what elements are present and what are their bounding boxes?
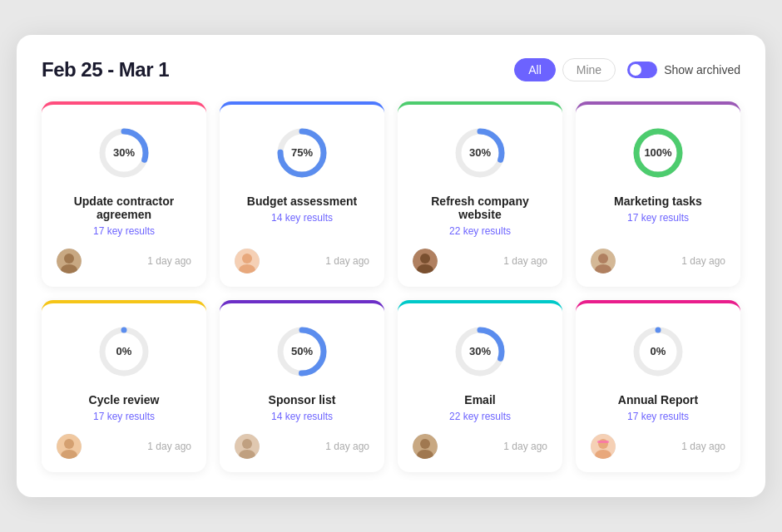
svg-point-22	[598, 254, 608, 264]
toggle-knob	[630, 64, 641, 76]
donut-chart: 0%	[94, 322, 154, 382]
donut-chart: 30%	[94, 123, 154, 183]
svg-point-4	[64, 254, 74, 264]
donut-chart: 0%	[628, 322, 688, 382]
svg-point-16	[420, 254, 430, 264]
svg-text:30%: 30%	[469, 146, 491, 159]
card-card-4[interactable]: 100% Marketing tasks 17 key results 1 da…	[576, 101, 740, 287]
avatar	[413, 249, 438, 273]
card-footer: 1 day ago	[413, 249, 547, 273]
card-footer: 1 day ago	[413, 434, 547, 459]
svg-text:0%: 0%	[116, 345, 132, 357]
svg-rect-48	[597, 441, 609, 443]
avatar	[591, 249, 616, 273]
avatar	[57, 249, 82, 273]
svg-text:75%: 75%	[291, 146, 313, 159]
svg-text:50%: 50%	[291, 345, 313, 357]
card-card-7[interactable]: 30% Email 22 key results 1 day ago	[398, 300, 562, 472]
card-key-results: 17 key results	[93, 411, 155, 422]
donut-chart: 30%	[450, 123, 510, 183]
avatar	[591, 434, 616, 459]
filter-all-button[interactable]: All	[514, 58, 556, 81]
card-footer: 1 day ago	[235, 434, 369, 459]
card-title: Annual Report	[618, 393, 698, 406]
card-footer: 1 day ago	[591, 434, 725, 459]
time-ago: 1 day ago	[147, 255, 191, 267]
card-card-6[interactable]: 50% Sponsor list 14 key results 1 day ag…	[220, 300, 384, 472]
header-controls: All Mine Show archived	[514, 58, 740, 81]
card-title: Cycle review	[89, 393, 160, 406]
avatar	[235, 434, 260, 459]
card-card-1[interactable]: 30% Update contractor agreemen 17 key re…	[42, 101, 206, 287]
card-footer: 1 day ago	[57, 249, 191, 273]
show-archived-toggle-container: Show archived	[627, 62, 740, 78]
svg-point-28	[64, 439, 74, 449]
card-key-results: 22 key results	[449, 225, 511, 237]
svg-text:30%: 30%	[469, 345, 491, 357]
card-card-3[interactable]: 30% Refresh company website 22 key resul…	[398, 101, 562, 287]
card-footer: 1 day ago	[591, 249, 725, 273]
time-ago: 1 day ago	[325, 441, 369, 452]
card-title: Sponsor list	[269, 393, 336, 406]
card-key-results: 17 key results	[93, 225, 155, 237]
svg-point-34	[242, 439, 252, 449]
time-ago: 1 day ago	[147, 441, 191, 452]
donut-chart: 30%	[450, 322, 510, 382]
time-ago: 1 day ago	[681, 255, 725, 267]
card-title: Marketing tasks	[614, 195, 702, 208]
card-title: Refresh company website	[413, 195, 547, 221]
svg-point-46	[598, 439, 608, 449]
card-card-5[interactable]: 0% Cycle review 17 key results 1 day ago	[42, 300, 206, 472]
header: Feb 25 - Mar 1 All Mine Show archived	[42, 58, 740, 81]
cards-grid: 30% Update contractor agreemen 17 key re…	[42, 101, 740, 472]
filter-mine-button[interactable]: Mine	[562, 58, 616, 81]
time-ago: 1 day ago	[681, 441, 725, 452]
svg-text:30%: 30%	[113, 146, 135, 159]
svg-text:100%: 100%	[644, 146, 672, 159]
time-ago: 1 day ago	[325, 255, 369, 267]
svg-text:0%: 0%	[651, 345, 666, 357]
avatar	[413, 434, 438, 459]
card-footer: 1 day ago	[57, 434, 191, 459]
show-archived-label: Show archived	[664, 63, 740, 76]
card-title: Email	[464, 393, 495, 406]
card-title: Budget assessment	[247, 195, 357, 208]
card-card-8[interactable]: 0% Annual Report 17 key results 1 day ag…	[576, 300, 740, 472]
avatar	[57, 434, 82, 459]
page-title: Feb 25 - Mar 1	[42, 58, 169, 81]
svg-point-40	[420, 439, 430, 449]
card-card-2[interactable]: 75% Budget assessment 14 key results 1 d…	[220, 101, 384, 287]
card-key-results: 14 key results	[271, 411, 333, 422]
donut-chart: 100%	[628, 123, 688, 183]
card-footer: 1 day ago	[235, 249, 369, 273]
donut-chart: 75%	[272, 123, 332, 183]
card-key-results: 17 key results	[627, 411, 689, 422]
avatar	[235, 249, 260, 273]
app-container: Feb 25 - Mar 1 All Mine Show archived 30…	[17, 35, 765, 497]
time-ago: 1 day ago	[503, 255, 547, 267]
show-archived-toggle[interactable]	[627, 62, 657, 78]
donut-chart: 50%	[272, 322, 332, 382]
card-key-results: 22 key results	[449, 411, 511, 422]
card-key-results: 17 key results	[627, 212, 689, 224]
svg-point-10	[242, 254, 252, 264]
card-title: Update contractor agreemen	[57, 195, 191, 221]
card-key-results: 14 key results	[271, 212, 333, 224]
time-ago: 1 day ago	[503, 441, 547, 452]
